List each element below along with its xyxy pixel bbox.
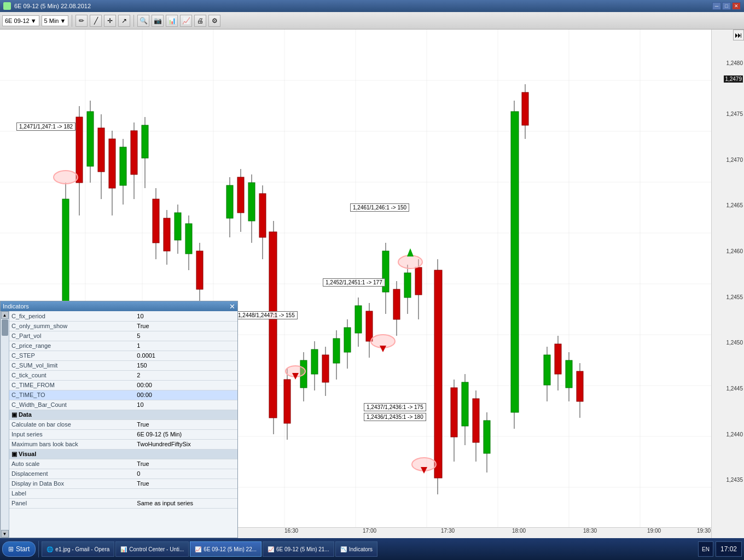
- svg-rect-108: [566, 360, 572, 388]
- annotation-5: 1,2437/1,2436:1 -> 175: [364, 403, 426, 411]
- svg-marker-116: [407, 248, 414, 256]
- zoom-button[interactable]: 🔍: [137, 15, 149, 27]
- price-1480: 1,2480: [726, 60, 743, 66]
- time-label-1730: 17:30: [441, 528, 455, 534]
- time-label-1930: 19:30: [697, 528, 711, 534]
- maximize-button[interactable]: □: [722, 2, 731, 10]
- svg-rect-36: [98, 128, 104, 172]
- indicators-icon: 📉: [340, 546, 347, 552]
- svg-rect-42: [131, 131, 137, 174]
- prop-row-auto-scale[interactable]: Auto scale True: [9, 459, 237, 469]
- section-visual-label: Visual: [19, 451, 36, 457]
- opera-icon: 🌐: [47, 546, 53, 552]
- svg-rect-84: [393, 289, 400, 319]
- prop-row-c-only-summ-show[interactable]: C_only_summ_show True: [9, 321, 237, 331]
- camera-button[interactable]: 📷: [152, 15, 164, 27]
- annotation-3: 1,2448/1,2447:1 -> 155: [235, 311, 298, 319]
- section-data: ▣ Data: [9, 410, 237, 419]
- price-1455: 1,2455: [726, 294, 743, 300]
- panel-close-button[interactable]: ✕: [229, 302, 235, 311]
- svg-rect-88: [415, 267, 422, 295]
- minimize-button[interactable]: ─: [712, 2, 721, 10]
- scroll-down-button[interactable]: ▼: [1, 530, 9, 538]
- price-1435: 1,2435: [726, 477, 743, 483]
- prop-row-c-part-vol[interactable]: C_Part_vol 5: [9, 331, 237, 341]
- prop-row-display-in-data-box[interactable]: Display in Data Box True: [9, 479, 237, 488]
- taskbar-item-indicators[interactable]: 📉 Indicators: [335, 541, 377, 557]
- section-data-collapse: ▣: [11, 411, 17, 418]
- prop-row-panel[interactable]: Panel Same as input series: [9, 498, 237, 508]
- chart-1-icon: 📈: [195, 546, 201, 552]
- scroll-thumb[interactable]: [2, 319, 8, 336]
- prop-row-c-tick-count[interactable]: C_tick_count 2: [9, 370, 237, 380]
- pencil-tool-button[interactable]: ✏: [75, 15, 88, 27]
- svg-rect-40: [120, 147, 126, 185]
- prop-row-c-price-range[interactable]: C_price_range 1: [9, 341, 237, 351]
- prop-row-displacement[interactable]: Displacement 0: [9, 469, 237, 479]
- svg-rect-46: [153, 199, 159, 243]
- window-title: 6E 09-12 (5 Min) 22.08.2012: [14, 3, 91, 9]
- line-tool-button[interactable]: ╱: [90, 15, 102, 27]
- language-button[interactable]: EN: [698, 541, 713, 557]
- section-data-label: Data: [19, 411, 32, 418]
- svg-rect-106: [555, 344, 561, 374]
- toolbar-separator-1: [72, 15, 72, 27]
- price-1450: 1,2450: [726, 340, 743, 346]
- taskbar-item-chart-1[interactable]: 📈 6E 09-12 (5 Min) 22...: [190, 541, 261, 557]
- taskbar-item-opera[interactable]: 🌐 e1.jpg - Gmail - Opera: [42, 541, 114, 557]
- prop-row-label[interactable]: Label: [9, 488, 237, 498]
- svg-rect-78: [355, 306, 362, 333]
- svg-rect-60: [226, 185, 233, 218]
- toolbar: 6E 09-12 ▼ 5 Min ▼ ✏ ╱ ✛ ↗ 🔍 📷 📊 📈 🖨 ⚙: [0, 12, 744, 30]
- chart-2-icon: 📈: [268, 546, 274, 552]
- svg-rect-38: [109, 139, 115, 188]
- prop-row-c-width-bar-count[interactable]: C_Width_Bar_Count 10: [9, 400, 237, 410]
- prop-row-c-fix-period[interactable]: C_fix_period 10: [9, 311, 237, 321]
- prop-row-c-time-to[interactable]: C_TIME_TO 00:00: [9, 390, 237, 400]
- time-label-1830: 18:30: [583, 528, 597, 534]
- symbol-dropdown[interactable]: 6E 09-12 ▼: [2, 15, 39, 26]
- prop-row-c-time-from[interactable]: C_TIME_FROM 00:00: [9, 380, 237, 390]
- svg-rect-66: [259, 194, 266, 237]
- arrow-tool-button[interactable]: ↗: [118, 15, 130, 27]
- svg-point-111: [54, 171, 78, 184]
- taskbar-separator: [38, 541, 39, 557]
- svg-marker-118: [380, 346, 386, 352]
- prop-row-input-series[interactable]: Input series 6E 09-12 (5 Min): [9, 429, 237, 439]
- bar-chart-button[interactable]: 📈: [180, 15, 192, 27]
- svg-rect-54: [196, 251, 203, 289]
- properties-panel: Indicators ✕ ▲ ▼ C_fix_period 10 C_only_: [0, 301, 238, 538]
- price-1470: 1,2470: [726, 157, 743, 163]
- prop-row-max-bars-look-back[interactable]: Maximum bars look back TwoHundredFiftySi…: [9, 439, 237, 449]
- svg-rect-86: [404, 273, 411, 298]
- start-button[interactable]: ⊞ Start: [2, 541, 36, 557]
- svg-rect-90: [434, 270, 442, 478]
- svg-rect-74: [333, 339, 340, 363]
- svg-rect-44: [142, 125, 148, 158]
- chart-button[interactable]: 📊: [166, 15, 178, 27]
- svg-rect-92: [451, 388, 457, 437]
- time-label-1800: 18:00: [512, 528, 526, 534]
- panel-title: Indicators: [3, 303, 29, 310]
- panel-scrollbar[interactable]: ▲ ▼: [1, 311, 9, 538]
- close-button[interactable]: ✕: [732, 2, 741, 10]
- annotation-6: 1,2436/1,2435:1 -> 180: [364, 413, 426, 421]
- goto-last-button[interactable]: ⏭: [733, 30, 744, 40]
- svg-rect-48: [164, 218, 170, 251]
- svg-rect-34: [87, 112, 94, 166]
- prop-row-c-step[interactable]: C_STEP 0.0001: [9, 351, 237, 360]
- scroll-up-button[interactable]: ▲: [1, 311, 9, 319]
- svg-rect-76: [344, 328, 351, 352]
- svg-rect-72: [322, 355, 329, 382]
- crosshair-tool-button[interactable]: ✛: [104, 15, 116, 27]
- settings-button[interactable]: ⚙: [208, 15, 220, 27]
- print-button[interactable]: 🖨: [194, 15, 206, 27]
- taskbar-item-control-center[interactable]: 📊 Control Center - Unti...: [115, 541, 189, 557]
- taskbar-item-chart-2[interactable]: 📈 6E 09-12 (5 Min) 21...: [263, 541, 334, 557]
- prop-row-calculate-on-bar-close[interactable]: Calculate on bar close True: [9, 419, 237, 429]
- prop-row-c-sum-vol-limit[interactable]: C_SUM_vol_limit 150: [9, 360, 237, 370]
- svg-rect-96: [473, 399, 479, 442]
- windows-logo-icon: ⊞: [8, 545, 14, 553]
- price-1465: 1,2465: [726, 202, 743, 208]
- timeframe-dropdown[interactable]: 5 Min ▼: [42, 15, 69, 26]
